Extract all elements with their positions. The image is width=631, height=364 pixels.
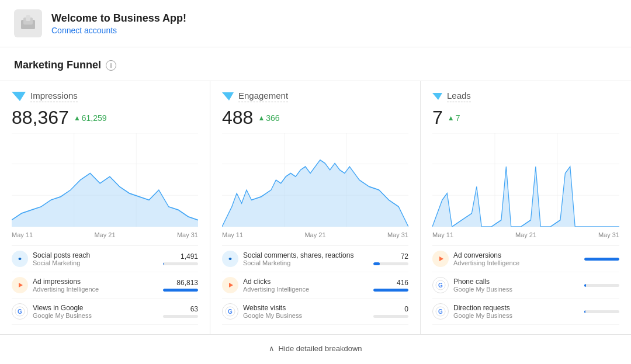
- chart-area: [432, 133, 619, 227]
- breakdown-item: G Direction requests Google My Business: [432, 299, 619, 325]
- breakdown-name: Ad impressions: [33, 278, 158, 286]
- chart-area: [12, 133, 198, 227]
- breakdown-source: Advertising Intelligence: [33, 286, 158, 293]
- breakdown-count: 72: [401, 252, 408, 261]
- chart-x-label: May 21: [304, 231, 325, 238]
- breakdown-item: Ad impressions Advertising Intelligence …: [12, 272, 198, 299]
- svg-text:G: G: [438, 308, 443, 315]
- funnel-col-engagement: Engagement 488 ▲ 366: [210, 81, 421, 334]
- breakdown-item: Ad clicks Advertising Intelligence 416: [222, 272, 408, 299]
- breakdown-name: Social posts reach: [33, 251, 158, 259]
- breakdown-source: Google My Business: [243, 312, 369, 319]
- chart-x-label: May 31: [177, 231, 198, 238]
- breakdown-list: Social posts reach Social Marketing 1,49…: [12, 245, 198, 325]
- svg-text:G: G: [18, 308, 22, 315]
- header: Welcome to Business App! Connect account…: [0, 0, 631, 47]
- svg-marker-22: [222, 160, 408, 227]
- funnel-col-impressions: Impressions 88,367 ▲ 61,259: [0, 81, 210, 334]
- breakdown-count: 86,813: [176, 279, 198, 287]
- gmb-icon: G: [222, 303, 238, 320]
- svg-point-11: [19, 258, 21, 260]
- metric-delta: ▲ 366: [258, 113, 279, 123]
- breakdown-bar-wrap: [373, 315, 408, 318]
- breakdown-bar-wrap: [584, 310, 619, 313]
- svg-rect-2: [26, 15, 30, 21]
- breakdown-bar-wrap: [163, 262, 198, 265]
- svg-marker-35: [432, 167, 619, 227]
- svg-text:G: G: [228, 308, 233, 315]
- funnel-header: Engagement: [222, 91, 408, 102]
- metric-number: 88,367: [12, 107, 69, 129]
- metric-number: 488: [222, 107, 253, 129]
- breakdown-name: Website visits: [243, 304, 369, 312]
- section-title-area: Marketing Funnel i: [0, 47, 631, 81]
- delta-arrow-icon: ▲: [448, 114, 455, 122]
- delta-value: 61,259: [82, 113, 107, 123]
- breakdown-bar-wrap: [584, 284, 619, 287]
- breakdown-item: Social posts reach Social Marketing 1,49…: [12, 246, 198, 272]
- breakdown-source: Google My Business: [453, 286, 580, 293]
- breakdown-name: Views in Google: [33, 304, 158, 312]
- breakdown-bar-wrap: [584, 258, 619, 261]
- ai-icon: [432, 251, 449, 267]
- chart-x-label: May 11: [222, 231, 243, 238]
- svg-marker-9: [12, 174, 198, 227]
- delta-arrow-icon: ▲: [74, 114, 81, 122]
- funnel-label: Leads: [447, 91, 471, 102]
- breakdown-name: Ad clicks: [243, 278, 369, 286]
- chart-svg: [222, 133, 408, 227]
- connect-accounts-link[interactable]: Connect accounts: [51, 26, 186, 35]
- breakdown-source: Advertising Intelligence: [453, 259, 580, 266]
- breakdown-bar: [373, 289, 408, 292]
- breakdown-bar: [584, 258, 619, 261]
- breakdown-bar: [584, 310, 585, 313]
- gmb-icon: G: [12, 303, 28, 320]
- metric-value: 7 ▲ 7: [432, 107, 619, 129]
- breakdown-count: 63: [190, 305, 198, 313]
- gmb-icon: G: [432, 277, 449, 293]
- breakdown-count: 1,491: [181, 252, 198, 261]
- chart-x-label: May 11: [12, 231, 33, 238]
- ai-icon: [12, 277, 28, 293]
- chart-area: [222, 133, 408, 227]
- info-icon[interactable]: i: [106, 60, 116, 71]
- breakdown-item: Social comments, shares, reactions Socia…: [222, 246, 408, 272]
- metric-number: 7: [432, 107, 443, 129]
- gmb-icon: G: [432, 303, 449, 320]
- breakdown-bar: [163, 262, 164, 265]
- metric-value: 88,367 ▲ 61,259: [12, 107, 198, 129]
- svg-point-24: [229, 258, 231, 260]
- chart-svg: [432, 133, 619, 227]
- funnel-label: Engagement: [238, 91, 288, 102]
- funnel-col-leads: Leads 7 ▲ 7: [421, 81, 631, 334]
- chart-x-label: May 11: [432, 231, 453, 238]
- breakdown-bar-wrap: [373, 262, 408, 265]
- breakdown-bar-wrap: [163, 289, 198, 292]
- breakdown-name: Direction requests: [453, 304, 580, 312]
- breakdown-source: Social Marketing: [243, 259, 369, 266]
- breakdown-list: Social comments, shares, reactions Socia…: [222, 245, 408, 325]
- funnel-label: Impressions: [30, 91, 78, 102]
- metric-delta: ▲ 61,259: [74, 113, 107, 123]
- app-icon: [14, 9, 42, 37]
- funnel-grid: Impressions 88,367 ▲ 61,259: [0, 81, 631, 334]
- chart-svg: [12, 133, 198, 227]
- chart-labels: May 11May 21May 31: [222, 231, 408, 238]
- chart-x-label: May 31: [387, 231, 408, 238]
- delta-value: 7: [456, 113, 460, 123]
- metric-value: 488 ▲ 366: [222, 107, 408, 129]
- breakdown-name: Phone calls: [453, 278, 580, 286]
- breakdown-item: G Views in Google Google My Business 63: [12, 299, 198, 325]
- svg-text:G: G: [438, 282, 443, 289]
- breakdown-name: Social comments, shares, reactions: [243, 251, 369, 259]
- sm-icon: [12, 251, 28, 267]
- chart-labels: May 11May 21May 31: [432, 231, 619, 238]
- breakdown-count: 0: [404, 305, 408, 313]
- breakdown-bar-wrap: [373, 289, 408, 292]
- hide-breakdown-button[interactable]: ∧ Hide detailed breakdown: [0, 334, 631, 362]
- breakdown-item: Ad conversions Advertising Intelligence: [432, 246, 619, 272]
- metric-delta: ▲ 7: [448, 113, 460, 123]
- breakdown-item: G Phone calls Google My Business: [432, 272, 619, 299]
- breakdown-source: Advertising Intelligence: [243, 286, 369, 293]
- chart-labels: May 11May 21May 31: [12, 231, 198, 238]
